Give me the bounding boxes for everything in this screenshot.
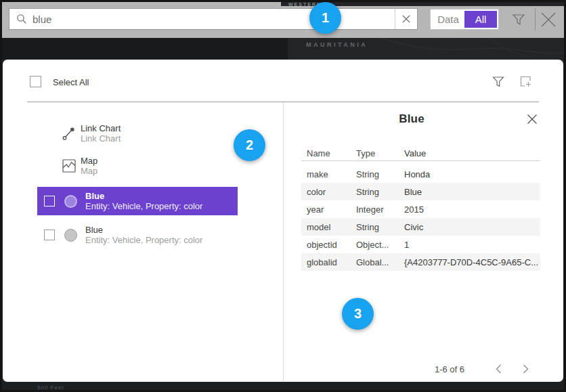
cell-name: objectid <box>307 240 356 250</box>
cell-type: Object... <box>356 240 404 250</box>
callout-badge-2: 2 <box>234 129 265 161</box>
result-item-link-chart[interactable]: Link Chart Link Chart <box>37 119 238 148</box>
link-chart-icon <box>61 125 77 141</box>
pagination-next-button[interactable] <box>523 364 529 376</box>
detail-close-button[interactable] <box>527 114 538 127</box>
result-checkbox[interactable] <box>44 230 55 240</box>
chevron-right-icon <box>523 364 529 374</box>
entity-circle-icon <box>64 195 77 208</box>
result-title: Blue <box>85 225 202 235</box>
cell-name: model <box>307 222 356 232</box>
map-label-mauritania: MAURITANIA <box>306 41 368 48</box>
results-filter-button[interactable] <box>492 74 505 92</box>
filter-button[interactable] <box>511 12 526 30</box>
chevron-left-icon <box>496 364 502 374</box>
column-header-value: Value <box>404 148 540 158</box>
table-row: globalid Global... {A4203777-D70D-4C5C-9… <box>301 253 540 271</box>
callout-badge-1: 1 <box>309 2 341 34</box>
search-toolbar: Data All <box>2 2 564 38</box>
close-icon <box>540 10 557 29</box>
callout-badge-3: 3 <box>342 298 374 330</box>
map-background: MAURITANIA <box>2 38 564 60</box>
cell-name: make <box>307 169 356 179</box>
cell-type: Global... <box>356 257 404 267</box>
table-row: objectid Object... 1 <box>301 236 540 253</box>
pagination-range: 1-6 of 6 <box>409 364 490 374</box>
app-screenshot: WESTERN MAURITANIA 500 Feet Data All <box>0 0 566 392</box>
cell-type: String <box>356 187 404 197</box>
search-icon <box>9 14 32 24</box>
cell-type: String <box>356 169 404 179</box>
cell-value: Honda <box>404 169 540 179</box>
entity-circle-icon <box>64 229 77 242</box>
result-subtitle: Entity: Vehicle, Property: color <box>85 235 202 245</box>
close-icon <box>527 114 538 125</box>
cell-type: Integer <box>356 204 404 215</box>
result-item-blue-selected[interactable]: Blue Entity: Vehicle, Property: color <box>37 187 238 215</box>
table-row: make String Honda <box>301 165 540 183</box>
search-box[interactable] <box>9 8 418 30</box>
table-header-rule <box>301 160 540 161</box>
column-header-name: Name <box>307 148 356 158</box>
table-row: color String Blue <box>301 183 540 200</box>
result-title: Link Chart <box>81 123 121 133</box>
cell-value: Civic <box>404 222 540 232</box>
map-icon <box>61 158 77 173</box>
table-row: year Integer 2015 <box>301 200 540 218</box>
table-row: model String Civic <box>301 218 540 236</box>
cell-name: globalid <box>307 257 356 267</box>
add-selection-icon <box>519 74 533 89</box>
search-results-modal: Select All Link Chart Link Chart <box>3 60 563 382</box>
select-all-checkbox[interactable] <box>30 76 41 87</box>
filter-icon <box>492 74 505 89</box>
result-checkbox[interactable] <box>44 196 55 206</box>
result-title: Blue <box>85 191 202 201</box>
cell-value: 1 <box>404 240 540 250</box>
clear-search-button[interactable] <box>395 9 417 29</box>
select-all-label: Select All <box>53 77 89 87</box>
close-search-button[interactable] <box>540 10 557 32</box>
toolbar-divider <box>535 8 536 30</box>
pagination-prev-button[interactable] <box>496 364 502 376</box>
properties-table: Name Type Value make String Honda color … <box>301 146 540 271</box>
cell-value: Blue <box>404 187 540 197</box>
map-boundary-lines <box>2 38 564 60</box>
result-item-map[interactable]: Map Map <box>37 152 238 180</box>
result-item-blue[interactable]: Blue Entity: Vehicle, Property: color <box>37 221 238 249</box>
result-subtitle: Link Chart <box>81 133 121 144</box>
map-bottom-background: 500 Feet <box>2 382 564 390</box>
cell-type: String <box>356 222 404 232</box>
scope-option-data[interactable]: Data <box>432 11 464 28</box>
search-scope-toggle: Data All <box>430 9 499 30</box>
properties-table-header: Name Type Value <box>301 146 540 160</box>
clear-icon <box>402 15 410 23</box>
result-subtitle: Entity: Vehicle, Property: color <box>85 201 202 211</box>
cell-name: year <box>307 204 356 215</box>
table-body: make String Honda color String Blue year… <box>301 165 540 271</box>
result-subtitle: Map <box>81 166 97 176</box>
result-title: Map <box>81 156 97 166</box>
map-scale-label: 500 Feet <box>37 385 64 390</box>
column-header-type: Type <box>356 148 404 158</box>
panel-divider <box>283 102 284 381</box>
cell-name: color <box>307 187 356 197</box>
detail-title: Blue <box>283 112 540 126</box>
scope-option-all[interactable]: All <box>464 11 497 28</box>
filter-icon <box>511 12 526 28</box>
cell-value: 2015 <box>404 204 540 215</box>
add-to-selection-button[interactable] <box>519 74 533 91</box>
cell-value: {A4203777-D70D-4C5C-9A65-C... <box>404 257 540 267</box>
